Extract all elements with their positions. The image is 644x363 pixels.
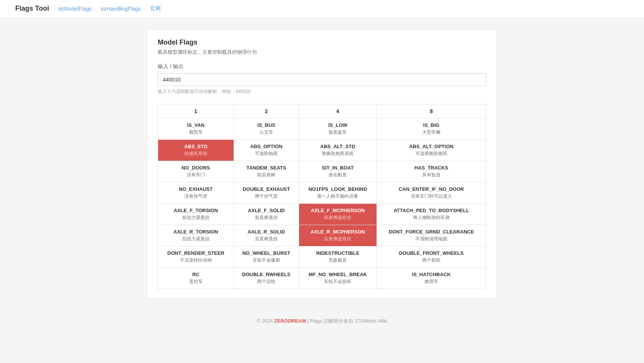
table-header-row: 1248 bbox=[158, 104, 486, 118]
table-cell[interactable]: IS_HATCHBACK掀背车 bbox=[376, 268, 486, 289]
flag-name: AXLE_R_SOLID bbox=[237, 229, 296, 235]
card-title: Model Flags bbox=[158, 38, 486, 46]
table-cell[interactable]: DONT_RENDER_STEER不渲染转向动画 bbox=[158, 246, 234, 268]
flag-desc: 没有车门时可以进入 bbox=[380, 193, 483, 200]
table-cell[interactable]: DOUBLE_RWHEELS两个后轮 bbox=[234, 268, 299, 289]
table-row: NO_DOORS没有车门TANDEM_SEATS前后座椅SIT_IN_BOAT坐… bbox=[158, 161, 486, 182]
flag-desc: 前后座椅 bbox=[237, 172, 296, 178]
table-cell[interactable]: ABS_ALT_OPTION可选替换防抱死 bbox=[376, 140, 486, 161]
table-cell[interactable]: NO1FPS_LOOK_BEHIND第一人称不能向后看 bbox=[299, 182, 377, 204]
flags-table: 1248 IS_VAN厢型车IS_BUS公交车IS_LOW低底盘车IS_BIG大… bbox=[158, 104, 486, 289]
table-cell[interactable]: IS_BIG大型车辆 bbox=[376, 118, 486, 140]
flag-name: ABS_ALT_OPTION bbox=[380, 144, 483, 149]
table-cell[interactable]: CAN_ENTER_IF_NO_DOOR没有车门时可以进入 bbox=[376, 182, 486, 204]
flag-desc: 前直桥悬挂 bbox=[237, 214, 296, 221]
table-cell[interactable]: TANDEM_SEATS前后座椅 bbox=[234, 161, 299, 182]
flag-desc: 防抱死系统 bbox=[161, 150, 231, 157]
table-cell[interactable]: INDESTRUCTIBLE无敌载具 bbox=[299, 246, 377, 268]
table-cell[interactable]: IS_VAN厢型车 bbox=[158, 118, 234, 140]
nav-link-official[interactable]: 官网 bbox=[150, 5, 161, 12]
table-col-header: 4 bbox=[299, 104, 377, 118]
table-cell[interactable]: ABS_OPTION可选防抱死 bbox=[234, 140, 299, 161]
flag-name: DOUBLE_RWHEELS bbox=[237, 272, 296, 277]
table-cell[interactable]: SIT_IN_BOAT坐在船里 bbox=[299, 161, 377, 182]
flag-desc: 可选防抱死 bbox=[237, 150, 296, 157]
flag-desc: 没有车门 bbox=[161, 172, 231, 178]
table-cell[interactable]: AXLE_F_TORSION前扭力梁悬挂 bbox=[158, 204, 234, 225]
table-cell[interactable]: HAS_TRACKS具有轨道 bbox=[376, 161, 486, 182]
table-row: AXLE_F_TORSION前扭力梁悬挂AXLE_F_SOLID前直桥悬挂AXL… bbox=[158, 204, 486, 225]
table-cell[interactable]: MF_NO_WHEEL_BREAK车轮不会损坏 bbox=[299, 268, 377, 289]
flag-name: HAS_TRACKS bbox=[380, 165, 483, 171]
app-title: Flags Tool bbox=[15, 5, 49, 13]
table-col-header: 2 bbox=[234, 104, 299, 118]
flag-desc: 厢型车 bbox=[161, 129, 231, 136]
table-cell[interactable]: ABS_STD防抱死系统 bbox=[158, 140, 234, 161]
table-cell[interactable]: DOUBLE_EXHAUST两个排气管 bbox=[234, 182, 299, 204]
table-row: IS_VAN厢型车IS_BUS公交车IS_LOW低底盘车IS_BIG大型车辆 bbox=[158, 118, 486, 140]
flag-desc: 两个后轮 bbox=[237, 278, 296, 285]
table-row: DONT_RENDER_STEER不渲染转向动画NO_WHEEL_BURST车轮… bbox=[158, 246, 486, 268]
flag-desc: 第一人称不能向后看 bbox=[302, 193, 373, 200]
flag-name: DONT_FORCE_GRND_CLEARANCE bbox=[380, 229, 483, 235]
table-cell[interactable]: AXLE_R_TORSION后扭力梁悬挂 bbox=[158, 225, 234, 246]
flag-desc: 前扭力梁悬挂 bbox=[161, 214, 231, 221]
input-label: 输入 / 输出 bbox=[158, 63, 486, 70]
table-col-header: 1 bbox=[158, 104, 234, 118]
flag-desc: 将人物附加到车身 bbox=[380, 214, 483, 221]
flag-name: AXLE_F_TORSION bbox=[161, 208, 231, 213]
table-cell[interactable]: RC遥控车 bbox=[158, 268, 234, 289]
flag-desc: 具有轨道 bbox=[380, 172, 483, 178]
flag-name: DOUBLE_FRONT_WHEELS bbox=[380, 250, 483, 256]
flag-name: CAN_ENTER_IF_NO_DOOR bbox=[380, 186, 483, 192]
nav-link-strModelFlags[interactable]: strModelFlags bbox=[58, 6, 92, 12]
main-card: Model Flags 载具模型属性标志，主要控制载具的物理行为 输入 / 输出… bbox=[147, 29, 497, 299]
flag-desc: 后麦弗逊悬挂 bbox=[302, 236, 373, 242]
table-cell[interactable]: ATTACH_PED_TO_BODYSHELL将人物附加到车身 bbox=[376, 204, 486, 225]
flag-name: IS_HATCHBACK bbox=[380, 272, 483, 277]
table-row: RC遥控车DOUBLE_RWHEELS两个后轮MF_NO_WHEEL_BREAK… bbox=[158, 268, 486, 289]
flag-desc: 车轮不会损坏 bbox=[302, 278, 373, 285]
flag-desc: 不渲染转向动画 bbox=[161, 257, 231, 264]
flag-name: IS_LOW bbox=[302, 122, 373, 128]
table-cell[interactable]: AXLE_R_MCPHERSON后麦弗逊悬挂 bbox=[299, 225, 377, 246]
flag-desc: 两个排气管 bbox=[237, 193, 296, 200]
table-cell[interactable]: AXLE_F_SOLID前直桥悬挂 bbox=[234, 204, 299, 225]
flag-name: AXLE_F_SOLID bbox=[237, 208, 296, 213]
flag-name: NO1FPS_LOOK_BEHIND bbox=[302, 186, 373, 192]
table-cell[interactable]: IS_BUS公交车 bbox=[234, 118, 299, 140]
table-cell[interactable]: NO_DOORS没有车门 bbox=[158, 161, 234, 182]
table-cell[interactable]: NO_EXHAUST没有排气管 bbox=[158, 182, 234, 204]
flag-name: AXLE_R_TORSION bbox=[161, 229, 231, 235]
flag-desc: 坐在船里 bbox=[302, 172, 373, 178]
footer-separator: | Flags 注解部分来自 GTAMods Wiki bbox=[308, 318, 388, 324]
table-cell[interactable]: NO_WHEEL_BURST车轮不会爆裂 bbox=[234, 246, 299, 268]
nav-link-strHandlingFlags[interactable]: strHandlingFlags bbox=[101, 6, 141, 12]
table-cell[interactable]: DOUBLE_FRONT_WHEELS两个前轮 bbox=[376, 246, 486, 268]
table-cell[interactable]: ABS_ALT_STD替换防抱死系统 bbox=[299, 140, 377, 161]
flag-name: AXLE_R_MCPHERSON bbox=[302, 229, 373, 235]
table-cell[interactable]: AXLE_F_MCPHERSON前麦弗逊悬挂 bbox=[299, 204, 377, 225]
flag-name: ABS_ALT_STD bbox=[302, 144, 373, 149]
table-cell[interactable]: AXLE_R_SOLID后直桥悬挂 bbox=[234, 225, 299, 246]
flag-desc: 替换防抱死系统 bbox=[302, 150, 373, 157]
table-cell[interactable]: IS_LOW低底盘车 bbox=[299, 118, 377, 140]
flag-name: NO_WHEEL_BURST bbox=[237, 250, 296, 256]
flag-desc: 可选替换防抱死 bbox=[380, 150, 483, 157]
flag-desc: 公交车 bbox=[237, 129, 296, 136]
flag-desc: 两个前轮 bbox=[380, 257, 483, 264]
table-cell[interactable]: DONT_FORCE_GRND_CLEARANCE不强制清理地面 bbox=[376, 225, 486, 246]
flag-name: ATTACH_PED_TO_BODYSHELL bbox=[380, 208, 483, 213]
table-row: NO_EXHAUST没有排气管DOUBLE_EXHAUST两个排气管NO1FPS… bbox=[158, 182, 486, 204]
flag-name: NO_DOORS bbox=[161, 165, 231, 171]
flag-desc: 车轮不会爆裂 bbox=[237, 257, 296, 264]
top-nav: Flags Tool strModelFlags strHandlingFlag… bbox=[0, 0, 644, 18]
flag-desc: 后扭力梁悬挂 bbox=[161, 236, 231, 242]
footer-copyright: © 2024 bbox=[257, 318, 273, 324]
input-section: 输入 / 输出 输入十六进制数值可自动解析，例如：440010 bbox=[158, 63, 486, 95]
hex-input[interactable] bbox=[158, 73, 486, 86]
flag-desc: 没有排气管 bbox=[161, 193, 231, 200]
table-row: ABS_STD防抱死系统ABS_OPTION可选防抱死ABS_ALT_STD替换… bbox=[158, 140, 486, 161]
main-container: Model Flags 载具模型属性标志，主要控制载具的物理行为 输入 / 输出… bbox=[139, 29, 505, 299]
flag-name: IS_BIG bbox=[380, 122, 483, 128]
